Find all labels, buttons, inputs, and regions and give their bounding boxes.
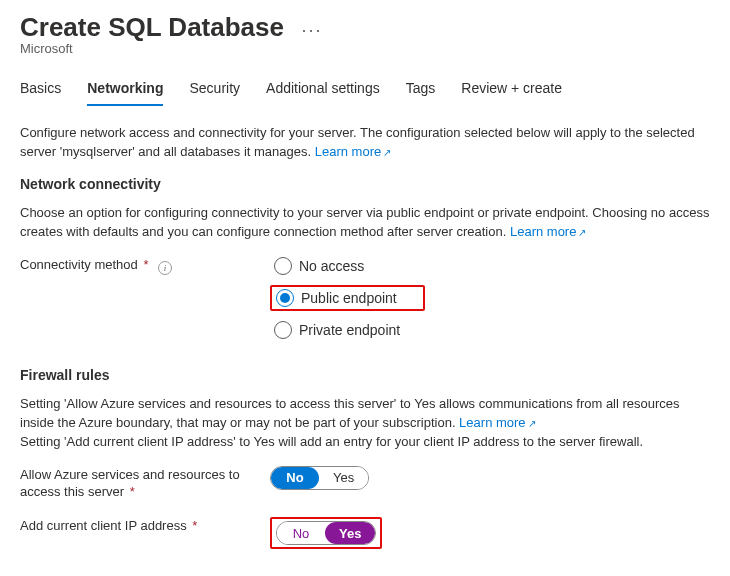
external-link-icon: ↗ <box>383 147 391 158</box>
section-heading-connectivity: Network connectivity <box>20 176 710 192</box>
toggle-yes[interactable]: Yes <box>319 467 368 489</box>
highlight-add-ip: No Yes <box>270 517 382 549</box>
tab-tags[interactable]: Tags <box>406 80 436 106</box>
info-icon[interactable]: i <box>158 261 172 275</box>
toggle-yes[interactable]: Yes <box>325 522 375 544</box>
toggle-no[interactable]: No <box>277 522 325 544</box>
required-star: * <box>192 518 197 533</box>
firewall-desc: Setting 'Allow Azure services and resour… <box>20 395 710 452</box>
learn-more-link[interactable]: Learn more↗ <box>510 224 586 239</box>
connectivity-method-row: Connectivity method * i No access Public… <box>20 255 710 341</box>
radio-icon <box>274 321 292 339</box>
allow-azure-label-line2: access this server <box>20 484 124 499</box>
tab-security[interactable]: Security <box>189 80 240 106</box>
add-ip-row: Add current client IP address * No Yes <box>20 517 710 549</box>
publisher-subtitle: Microsoft <box>20 41 710 56</box>
allow-azure-label-line1: Allow Azure services and resources to <box>20 466 270 484</box>
tab-additional-settings[interactable]: Additional settings <box>266 80 380 106</box>
highlight-public-endpoint: Public endpoint <box>270 285 425 311</box>
connectivity-desc: Choose an option for configuring connect… <box>20 204 710 242</box>
connectivity-method-label: Connectivity method <box>20 257 138 272</box>
radio-icon <box>276 289 294 307</box>
tabs-bar: Basics Networking Security Additional se… <box>20 80 710 106</box>
connectivity-method-radios: No access Public endpoint Private endpoi… <box>270 255 425 341</box>
page-title: Create SQL Database <box>20 12 284 43</box>
add-ip-toggle[interactable]: No Yes <box>276 521 376 545</box>
required-star: * <box>130 484 135 499</box>
radio-private-endpoint[interactable]: Private endpoint <box>270 319 425 341</box>
radio-icon <box>274 257 292 275</box>
add-ip-label: Add current client IP address <box>20 518 187 533</box>
toggle-no[interactable]: No <box>271 467 319 489</box>
required-star: * <box>143 257 148 272</box>
radio-no-access[interactable]: No access <box>270 255 425 277</box>
tab-basics[interactable]: Basics <box>20 80 61 106</box>
tab-review-create[interactable]: Review + create <box>461 80 562 106</box>
learn-more-link[interactable]: Learn more↗ <box>459 415 535 430</box>
learn-more-link[interactable]: Learn more↗ <box>315 144 391 159</box>
page-header: Create SQL Database ... Microsoft <box>20 12 710 56</box>
networking-intro-text: Configure network access and connectivit… <box>20 124 710 162</box>
allow-azure-row: Allow Azure services and resources to ac… <box>20 466 710 501</box>
tab-networking[interactable]: Networking <box>87 80 163 106</box>
external-link-icon: ↗ <box>528 418 536 429</box>
section-heading-firewall: Firewall rules <box>20 367 710 383</box>
external-link-icon: ↗ <box>578 227 586 238</box>
radio-public-endpoint[interactable]: Public endpoint <box>272 287 401 309</box>
allow-azure-toggle[interactable]: No Yes <box>270 466 369 490</box>
more-icon[interactable]: ... <box>302 16 323 37</box>
